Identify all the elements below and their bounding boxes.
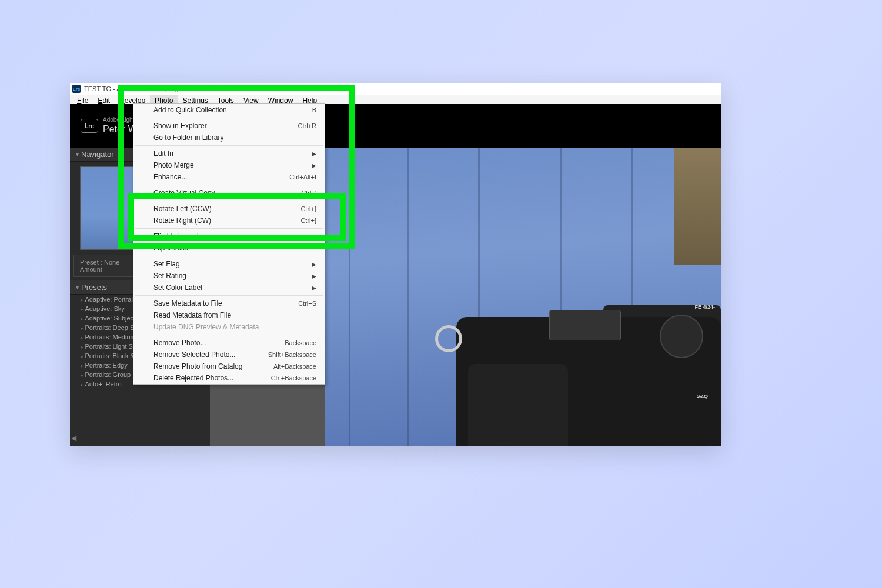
- menu-item-delete-rejected-photos[interactable]: Delete Rejected Photos...Ctrl+Backspace: [133, 372, 325, 384]
- menu-item-edit-in[interactable]: Edit In▶: [133, 148, 325, 159]
- menu-separator: [135, 185, 323, 185]
- lrc-badge-icon: Lrc: [81, 119, 98, 133]
- menu-item-create-virtual-copy[interactable]: Create Virtual CopyCtrl+': [133, 187, 325, 199]
- menu-shortcut: Ctrl+[: [300, 205, 316, 212]
- menu-shortcut: Ctrl+S: [298, 300, 316, 307]
- menu-item-set-color-label[interactable]: Set Color Label▶: [133, 282, 325, 293]
- menu-separator: [135, 118, 323, 118]
- submenu-arrow-icon: ▶: [312, 162, 316, 169]
- menu-item-rotate-left-ccw[interactable]: Rotate Left (CCW)Ctrl+[: [133, 203, 325, 215]
- menu-item-add-to-quick-collection[interactable]: Add to Quick CollectionB: [133, 104, 325, 116]
- menu-item-set-rating[interactable]: Set Rating▶: [133, 270, 325, 282]
- menu-item-photo-merge[interactable]: Photo Merge▶: [133, 159, 325, 171]
- menu-item-rotate-right-cw[interactable]: Rotate Right (CW)Ctrl+]: [133, 215, 325, 226]
- menu-separator: [135, 295, 323, 296]
- app-icon: Lrc: [72, 85, 81, 93]
- submenu-arrow-icon: ▶: [312, 285, 316, 291]
- menu-item-save-metadata-to-file[interactable]: Save Metadata to FileCtrl+S: [133, 298, 325, 309]
- menu-shortcut: Ctrl+Alt+I: [289, 173, 316, 181]
- menu-separator: [135, 228, 323, 229]
- submenu-arrow-icon: ▶: [312, 273, 316, 279]
- photo-menu-dropdown: Add to Quick CollectionBShow in Explorer…: [133, 103, 325, 385]
- menu-item-remove-selected-photo[interactable]: Remove Selected Photo...Shift+Backspace: [133, 349, 325, 360]
- menu-shortcut: Ctrl+Backspace: [271, 375, 316, 382]
- menu-shortcut: Ctrl+': [301, 189, 316, 196]
- panel-expand-handle[interactable]: ◀: [70, 432, 77, 444]
- menu-item-remove-photo-from-catalog[interactable]: Remove Photo from CatalogAlt+Backspace: [133, 360, 325, 372]
- wall-area: [674, 148, 721, 265]
- menu-item-read-metadata-from-file[interactable]: Read Metadata from File: [133, 309, 325, 321]
- menu-item-go-to-folder-in-library[interactable]: Go to Folder in Library: [133, 132, 325, 143]
- menu-item-flip-vertical[interactable]: Flip Vertical: [133, 242, 325, 254]
- menu-separator: [135, 335, 323, 335]
- titlebar: Lrc TEST TG - Adobe Photoshop Lightroom …: [70, 83, 721, 95]
- menu-shortcut: Ctrl+]: [300, 217, 316, 224]
- window-title: TEST TG - Adobe Photoshop Lightroom Clas…: [84, 85, 250, 92]
- menu-shortcut: Backspace: [285, 339, 316, 346]
- menu-separator: [135, 145, 323, 146]
- menu-item-remove-photo[interactable]: Remove Photo...Backspace: [133, 337, 325, 349]
- menu-item-update-dng-preview-metadata: Update DNG Preview & Metadata: [133, 321, 325, 333]
- main-preview[interactable]: FE 4/24- S&Q: [325, 148, 721, 446]
- menu-separator: [135, 201, 323, 201]
- submenu-arrow-icon: ▶: [312, 151, 316, 157]
- menu-item-enhance[interactable]: Enhance...Ctrl+Alt+I: [133, 171, 325, 183]
- menu-item-flip-horizontal[interactable]: Flip Horizontal: [133, 230, 325, 242]
- menu-shortcut: Ctrl+R: [298, 122, 316, 129]
- menu-shortcut: Shift+Backspace: [268, 351, 316, 358]
- menu-item-show-in-explorer[interactable]: Show in ExplorerCtrl+R: [133, 120, 325, 132]
- menu-shortcut: Alt+Backspace: [273, 363, 316, 370]
- menu-shortcut: B: [312, 106, 316, 113]
- menu-item-set-flag[interactable]: Set Flag▶: [133, 258, 325, 270]
- menu-separator: [135, 256, 323, 256]
- submenu-arrow-icon: ▶: [312, 261, 316, 268]
- camera-subject: FE 4/24- S&Q: [392, 276, 721, 446]
